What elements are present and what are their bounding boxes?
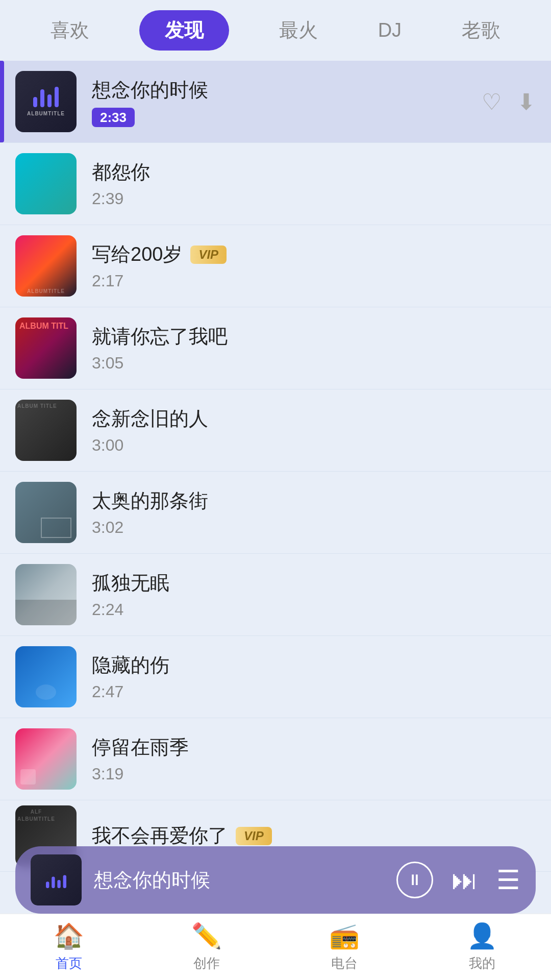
list-item[interactable]: ALBUMTITLE 写给200岁 VIP 2:17 (0, 225, 551, 307)
song-title-5: 念新念旧的人 (92, 406, 536, 432)
vip-badge-2: VIP (236, 827, 272, 845)
song-duration-7: 2:24 (92, 600, 536, 619)
download-icon[interactable]: ⬇ (517, 89, 536, 115)
song-info-6: 太奥的那条街 3:02 (92, 488, 536, 537)
home-icon: 🏠 (54, 922, 84, 950)
list-item[interactable]: 都怨你 2:39 (0, 143, 551, 225)
radio-label: 电台 (331, 954, 358, 972)
list-item[interactable]: ALBUM TITLE 念新念旧的人 3:00 (0, 389, 551, 472)
album-art-5: ALBUM TITLE (15, 400, 77, 461)
song-info-7: 孤独无眠 2:24 (92, 570, 536, 619)
song-info-1: 想念你的时候 2:33 (92, 77, 471, 126)
profile-label: 我的 (469, 954, 495, 972)
song-duration-8: 2:47 (92, 682, 536, 701)
album-art-9 (15, 728, 77, 790)
next-button[interactable]: ⏭ (452, 865, 478, 895)
list-item[interactable]: 停留在雨季 3:19 (0, 718, 551, 800)
song-title-7: 孤独无眠 (92, 570, 536, 596)
bottom-nav-home[interactable]: 🏠 首页 (54, 922, 84, 972)
song-title-4: 就请你忘了我吧 (92, 324, 536, 350)
song-title-3: 写给200岁 VIP (92, 241, 536, 267)
bottom-nav-radio[interactable]: 📻 电台 (329, 922, 360, 972)
nav-laoge[interactable]: 老歌 (452, 12, 511, 48)
song-duration-5: 3:00 (92, 436, 536, 455)
home-label: 首页 (56, 954, 82, 972)
radio-icon: 📻 (329, 922, 360, 950)
bottom-nav-create[interactable]: ✏️ 创作 (191, 922, 222, 972)
now-playing-controls: ⏸ ⏭ ☰ (396, 862, 520, 898)
like-icon[interactable]: ♡ (482, 89, 502, 115)
song-duration-1: 2:33 (92, 107, 471, 126)
song-title-8: 隐藏的伤 (92, 652, 536, 678)
song-info-4: 就请你忘了我吧 3:05 (92, 324, 536, 373)
song-duration-3: 2:17 (92, 272, 536, 290)
now-playing-title: 想念你的时候 (94, 867, 396, 893)
album-art-6 (15, 482, 77, 543)
song-duration-9: 3:19 (92, 765, 536, 783)
album-art-3: ALBUMTITLE (15, 235, 77, 297)
bottom-nav-profile[interactable]: 👤 我的 (467, 922, 497, 972)
song-title-10: 我不会再爱你了 VIP (92, 823, 536, 849)
bottom-navigation: 🏠 首页 ✏️ 创作 📻 电台 👤 我的 (0, 914, 551, 980)
song-title-9: 停留在雨季 (92, 734, 536, 761)
profile-icon: 👤 (467, 922, 497, 950)
now-playing-bar[interactable]: 想念你的时候 ⏸ ⏭ ☰ (15, 846, 536, 914)
song-title-1: 想念你的时候 (92, 77, 471, 103)
album-art-8 (15, 646, 77, 707)
album-art-1: ALBUMTITLE (15, 71, 77, 132)
list-item[interactable]: 隐藏的伤 2:47 (0, 636, 551, 718)
top-navigation: 喜欢 发现 最火 DJ 老歌 (0, 0, 551, 61)
song-info-2: 都怨你 2:39 (92, 159, 536, 208)
song-duration-2: 2:39 (92, 189, 536, 208)
list-item[interactable]: 孤独无眠 2:24 (0, 554, 551, 636)
list-item[interactable]: ALBUMTITLE 想念你的时候 2:33 ♡ ⬇ (0, 61, 551, 143)
nav-faxian[interactable]: 发现 (139, 10, 229, 51)
pause-button[interactable]: ⏸ (396, 862, 433, 898)
album-art-7 (15, 564, 77, 625)
album-art-4: ALBUM TITL (15, 317, 77, 379)
list-item[interactable]: 太奥的那条街 3:02 (0, 472, 551, 554)
song-list: ALBUMTITLE 想念你的时候 2:33 ♡ ⬇ 都怨你 2:39 (0, 61, 551, 980)
nav-dj[interactable]: DJ (368, 14, 412, 46)
song-title-2: 都怨你 (92, 159, 536, 185)
vip-badge: VIP (190, 246, 227, 264)
song-duration-6: 3:02 (92, 518, 536, 537)
now-playing-album-art (31, 854, 82, 905)
song-info-9: 停留在雨季 3:19 (92, 734, 536, 783)
list-item[interactable]: ALBUM TITL 就请你忘了我吧 3:05 (0, 307, 551, 389)
song-info-8: 隐藏的伤 2:47 (92, 652, 536, 701)
song-info-10: 我不会再爱你了 VIP (92, 823, 536, 849)
nav-xihuan[interactable]: 喜欢 (40, 12, 99, 48)
song-duration-4: 3:05 (92, 354, 536, 373)
album-art-2 (15, 153, 77, 214)
song-actions-1: ♡ ⬇ (482, 89, 536, 115)
create-label: 创作 (193, 954, 220, 972)
song-info-3: 写给200岁 VIP 2:17 (92, 241, 536, 290)
playlist-button[interactable]: ☰ (496, 865, 520, 895)
nav-zuihuo[interactable]: 最火 (269, 12, 328, 48)
song-info-5: 念新念旧的人 3:00 (92, 406, 536, 455)
create-icon: ✏️ (191, 922, 222, 950)
song-title-6: 太奥的那条街 (92, 488, 536, 514)
